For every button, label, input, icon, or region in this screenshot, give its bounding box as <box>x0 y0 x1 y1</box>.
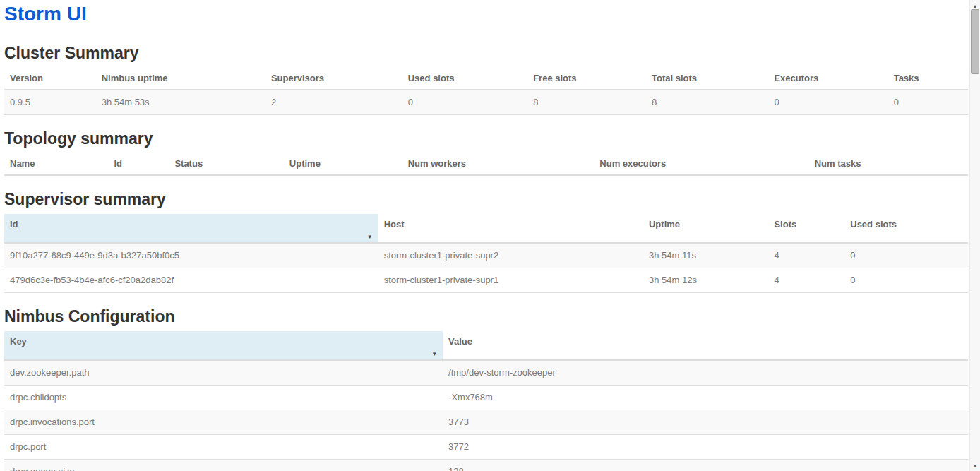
table-cell: storm-cluster1-private-supr2 <box>378 243 643 268</box>
table-row: 9f10a277-68c9-449e-9d3a-b327a50bf0c5stor… <box>4 243 968 268</box>
column-header-id[interactable]: Id▼ <box>4 214 378 243</box>
nimbus-configuration-heading: Nimbus Configuration <box>4 307 968 326</box>
main-content: Storm UI Cluster Summary VersionNimbus u… <box>4 0 968 471</box>
table-cell: 128 <box>443 460 968 471</box>
column-header-supervisors[interactable]: Supervisors <box>265 68 402 90</box>
column-header-label: Slots <box>774 219 796 229</box>
column-header-num-tasks[interactable]: Num tasks <box>809 153 968 175</box>
table-row: 0.9.53h 54m 53s208800 <box>4 90 968 115</box>
table-cell: 0 <box>844 243 968 268</box>
column-header-label: Key <box>10 336 27 347</box>
table-cell: drpc.childopts <box>4 386 443 410</box>
column-header-key[interactable]: Key▼ <box>4 331 443 360</box>
column-header-label: Host <box>384 219 405 229</box>
table-row: drpc.queue.size128 <box>4 460 968 471</box>
cluster-summary-table: VersionNimbus uptimeSupervisorsUsed slot… <box>4 68 968 115</box>
vertical-scrollbar[interactable]: ▲ ▼ <box>969 0 980 471</box>
column-header-tasks[interactable]: Tasks <box>888 68 968 90</box>
column-header-label: Uptime <box>289 158 321 169</box>
column-header-slots[interactable]: Slots <box>768 214 844 243</box>
column-header-label: Used slots <box>408 73 455 83</box>
table-cell: 9f10a277-68c9-449e-9d3a-b327a50bf0c5 <box>4 243 378 268</box>
column-header-value[interactable]: Value <box>443 331 968 360</box>
header-row: VersionNimbus uptimeSupervisorsUsed slot… <box>4 68 968 90</box>
table-cell: 479d6c3e-fb53-4b4e-afc6-cf20a2dab82f <box>4 268 378 293</box>
column-header-label: Uptime <box>649 219 680 229</box>
column-header-host[interactable]: Host <box>378 214 643 243</box>
table-cell: 0 <box>402 90 527 115</box>
column-header-executors[interactable]: Executors <box>768 68 888 90</box>
column-header-label: Name <box>10 158 35 169</box>
column-header-status[interactable]: Status <box>169 153 283 175</box>
column-header-label: Used slots <box>850 219 897 229</box>
table-cell: 3h 54m 12s <box>643 268 768 293</box>
table-cell: drpc.invocations.port <box>4 410 443 435</box>
header-row: Id▼HostUptimeSlotsUsed slots <box>4 214 968 243</box>
column-header-free-slots[interactable]: Free slots <box>527 68 646 90</box>
column-header-id[interactable]: Id <box>108 153 169 175</box>
column-header-version[interactable]: Version <box>4 68 96 90</box>
table-cell: 8 <box>527 90 646 115</box>
table-cell: 3772 <box>443 435 968 460</box>
column-header-name[interactable]: Name <box>4 153 108 175</box>
table-cell: -Xmx768m <box>443 386 968 410</box>
column-header-label: Tasks <box>894 73 919 83</box>
column-header-label: Num workers <box>408 158 466 169</box>
column-header-num-executors[interactable]: Num executors <box>594 153 808 175</box>
table-cell: 8 <box>646 90 768 115</box>
header-row: Key▼Value <box>4 331 968 360</box>
sort-desc-icon: ▼ <box>367 234 373 240</box>
sort-desc-icon: ▼ <box>431 352 437 357</box>
column-header-label: Status <box>174 158 203 169</box>
table-cell: 4 <box>768 243 844 268</box>
scroll-down-icon: ▼ <box>973 463 978 468</box>
table-row: drpc.childopts-Xmx768m <box>4 386 968 410</box>
column-header-label: Supervisors <box>271 73 324 83</box>
table-cell: 0 <box>888 90 968 115</box>
column-header-label: Id <box>10 219 18 229</box>
supervisor-summary-heading: Supervisor summary <box>4 190 968 208</box>
column-header-used-slots[interactable]: Used slots <box>402 68 527 90</box>
column-header-used-slots[interactable]: Used slots <box>844 214 968 243</box>
supervisor-summary-table: Id▼HostUptimeSlotsUsed slots9f10a277-68c… <box>4 214 968 293</box>
table-cell: 0 <box>844 268 968 293</box>
column-header-total-slots[interactable]: Total slots <box>646 68 768 90</box>
table-row: 479d6c3e-fb53-4b4e-afc6-cf20a2dab82fstor… <box>4 268 968 293</box>
column-header-label: Total slots <box>652 73 697 83</box>
nimbus-configuration-table: Key▼Valuedev.zookeeper.path/tmp/dev-stor… <box>4 331 968 471</box>
topology-summary-heading: Topology summary <box>4 129 968 148</box>
table-cell: drpc.queue.size <box>4 460 443 471</box>
table-row: drpc.invocations.port3773 <box>4 410 968 435</box>
column-header-label: Version <box>10 73 43 83</box>
column-header-label: Nimbus uptime <box>102 73 168 83</box>
table-cell: storm-cluster1-private-supr1 <box>378 268 643 293</box>
table-cell: 0 <box>768 90 888 115</box>
column-header-label: Id <box>114 158 122 169</box>
table-cell: 2 <box>265 90 402 115</box>
column-header-label: Free slots <box>533 73 576 83</box>
table-cell: drpc.port <box>4 435 443 460</box>
scroll-down-button[interactable]: ▼ <box>970 461 980 470</box>
column-header-label: Num executors <box>599 158 666 169</box>
table-cell: 3773 <box>443 410 968 435</box>
scroll-up-icon: ▲ <box>973 4 978 8</box>
table-cell: dev.zookeeper.path <box>4 360 443 386</box>
table-row: drpc.port3772 <box>4 435 968 460</box>
storm-ui-title-link[interactable]: Storm UI <box>4 3 87 25</box>
column-header-uptime[interactable]: Uptime <box>643 214 768 243</box>
table-cell: /tmp/dev-storm-zookeeper <box>443 360 968 386</box>
scrollbar-thumb[interactable] <box>971 9 979 74</box>
column-header-num-workers[interactable]: Num workers <box>402 153 594 175</box>
column-header-nimbus-uptime[interactable]: Nimbus uptime <box>96 68 265 90</box>
table-cell: 0.9.5 <box>4 90 96 115</box>
table-row: dev.zookeeper.path/tmp/dev-storm-zookeep… <box>4 360 968 386</box>
column-header-label: Value <box>448 336 472 347</box>
column-header-uptime[interactable]: Uptime <box>284 153 402 175</box>
header-row: NameIdStatusUptimeNum workersNum executo… <box>4 153 968 175</box>
table-cell: 4 <box>768 268 844 293</box>
table-cell: 3h 54m 53s <box>96 90 265 115</box>
table-cell: 3h 54m 11s <box>643 243 768 268</box>
column-header-label: Executors <box>774 73 818 83</box>
cluster-summary-heading: Cluster Summary <box>4 44 968 62</box>
page-title: Storm UI <box>4 4 968 25</box>
